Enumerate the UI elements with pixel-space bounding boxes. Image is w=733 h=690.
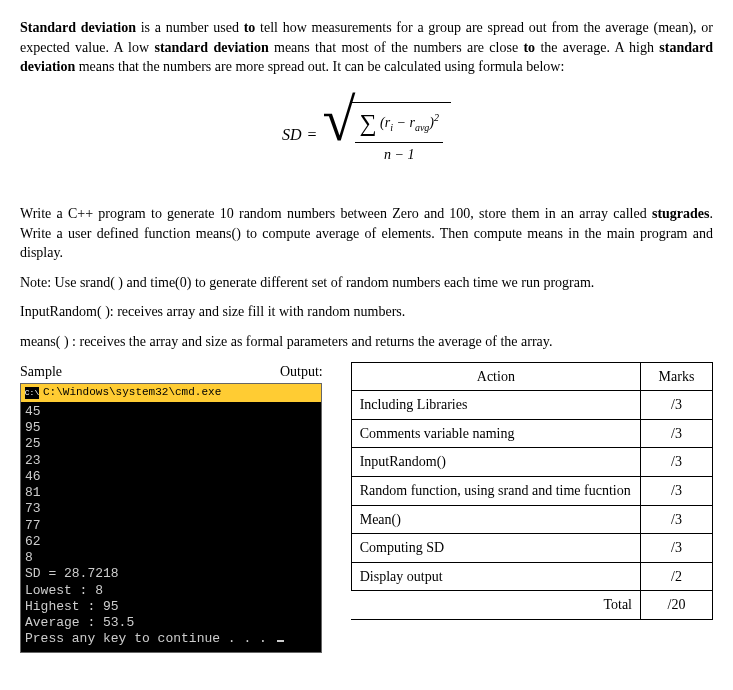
formula: SD = √ ∑ (ri − ravg)2 n − 1 bbox=[20, 102, 713, 169]
output-label: Output: bbox=[280, 362, 333, 382]
rubric-marks: /3 bbox=[641, 505, 713, 534]
col-action: Action bbox=[351, 362, 640, 391]
table-row: Mean()/3 bbox=[351, 505, 712, 534]
col-marks: Marks bbox=[641, 362, 713, 391]
table-row: Random function, using srand and time fu… bbox=[351, 476, 712, 505]
rubric-action: InputRandom() bbox=[351, 448, 640, 477]
rubric-table: Action Marks Including Libraries/3Commen… bbox=[351, 362, 713, 620]
rubric-action: Mean() bbox=[351, 505, 640, 534]
task-p3: InputRandom( ): receives array and size … bbox=[20, 302, 713, 322]
total-value: /20 bbox=[641, 591, 713, 620]
console-window: C:\ C:\Windows\system32\cmd.exe 45 95 25… bbox=[20, 383, 322, 653]
strong-to-2: to bbox=[523, 40, 535, 55]
console-output: 45 95 25 23 46 81 73 77 62 8 SD = 28.721… bbox=[21, 402, 321, 652]
task-p1: Write a C++ program to generate 10 rando… bbox=[20, 204, 713, 263]
console-titlebar: C:\ C:\Windows\system32\cmd.exe bbox=[21, 384, 321, 402]
rubric-marks: /3 bbox=[641, 419, 713, 448]
sample-label: Sample bbox=[20, 362, 62, 382]
rubric-action: Comments variable naming bbox=[351, 419, 640, 448]
sd-symbol: SD bbox=[282, 124, 302, 146]
intro-paragraph: Standard deviation is a number used to t… bbox=[20, 18, 713, 77]
rubric-marks: /2 bbox=[641, 562, 713, 591]
strong-stugrades: stugrades bbox=[652, 206, 710, 221]
rubric-marks: /3 bbox=[641, 448, 713, 477]
rubric-action: Display output bbox=[351, 562, 640, 591]
strong-std-dev-2: standard deviation bbox=[154, 40, 268, 55]
task-p2: Note: Use srand( ) and time(0) to genera… bbox=[20, 273, 713, 293]
sqrt-icon: √ ∑ (ri − ravg)2 n − 1 bbox=[323, 102, 451, 169]
strong-std-dev: Standard deviation bbox=[20, 20, 136, 35]
total-label: Total bbox=[351, 591, 640, 620]
sigma-icon: ∑ bbox=[359, 110, 376, 136]
rubric-action: Random function, using srand and time fu… bbox=[351, 476, 640, 505]
table-row: Comments variable naming/3 bbox=[351, 419, 712, 448]
rubric-action: Including Libraries bbox=[351, 391, 640, 420]
table-row: InputRandom()/3 bbox=[351, 448, 712, 477]
equals-sign: = bbox=[308, 124, 317, 146]
cursor-icon bbox=[277, 640, 284, 642]
console-title-text: C:\Windows\system32\cmd.exe bbox=[43, 386, 221, 400]
cmd-icon: C:\ bbox=[25, 387, 39, 399]
table-row: Computing SD/3 bbox=[351, 534, 712, 563]
table-row: Including Libraries/3 bbox=[351, 391, 712, 420]
rubric-marks: /3 bbox=[641, 476, 713, 505]
rubric-marks: /3 bbox=[641, 534, 713, 563]
task-p4: means( ) : receives the array and size a… bbox=[20, 332, 713, 352]
rubric-action: Computing SD bbox=[351, 534, 640, 563]
rubric-marks: /3 bbox=[641, 391, 713, 420]
table-row: Display output/2 bbox=[351, 562, 712, 591]
strong-to-1: to bbox=[244, 20, 256, 35]
